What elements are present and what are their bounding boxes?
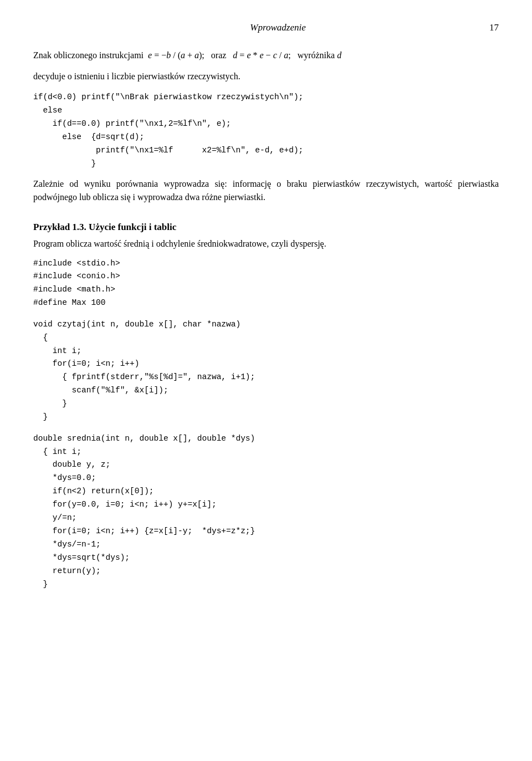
paragraph-after-code: Zależnie od wyniku porównania wyprowadza… xyxy=(33,177,499,204)
example-heading: Przykład 1.3. Użycie funkcji i tablic xyxy=(33,222,499,233)
math-expr-c: c xyxy=(273,50,277,60)
code2-line-12: } xyxy=(33,411,499,424)
example-subtext: Program oblicza wartość średnią i odchyl… xyxy=(33,237,499,251)
code2-line-8: for(i=0; i<n; i++) xyxy=(33,357,499,371)
intro-text-minus: − xyxy=(264,50,273,60)
code2-line-9: { fprintf(stderr,"%s[%d]=", nazwa, i+1); xyxy=(33,371,499,384)
code2-line-24: } xyxy=(33,578,499,591)
code2-line-22: *dys=sqrt(*dys); xyxy=(33,551,499,565)
code2-line-18: for(y=0.0, i=0; i<n; i++) y+=x[i]; xyxy=(33,498,499,512)
intro-text-eq2: = xyxy=(237,50,247,60)
code-line-1: if(d<0.0) printf("\nBrak pierwiastkow rz… xyxy=(33,91,499,104)
code2-line-7: int i; xyxy=(33,345,499,358)
code2-line-15: double y, z; xyxy=(33,458,499,472)
code2-line-10: scanf("%lf", &x[i]); xyxy=(33,384,499,397)
code-block-2: #include <stdio.h> #include <conio.h> #i… xyxy=(33,257,499,591)
intro-text-semi2: ; wyróżnika xyxy=(288,50,337,60)
code-line-6: } xyxy=(33,157,499,171)
blank-1 xyxy=(33,310,499,318)
math-expr-e3: e xyxy=(259,50,263,60)
page-header: Wprowadzenie 17 xyxy=(33,22,499,33)
math-expr-d2: d xyxy=(337,50,341,60)
math-expr-a2: a xyxy=(195,50,199,60)
code2-line-11: } xyxy=(33,397,499,411)
code2-line-2: #include <conio.h> xyxy=(33,270,499,283)
chapter-title: Wprowadzenie xyxy=(66,22,489,33)
code-line-3: if(d==0.0) printf("\nx1,2=%lf\n", e); xyxy=(33,118,499,131)
intro-text-1: Znak obliczonego instrukcjami xyxy=(33,50,148,60)
code2-line-13: double srednia(int n, double x[], double… xyxy=(33,432,499,446)
code2-line-21: *dys/=n-1; xyxy=(33,538,499,551)
code-line-4: else {d=sqrt(d); xyxy=(33,131,499,144)
intro-text-semi1: ); oraz xyxy=(199,50,233,60)
intro-text-equals: = − xyxy=(152,50,166,60)
code2-line-19: y/=n; xyxy=(33,512,499,525)
code2-line-6: { xyxy=(33,331,499,345)
page: Wprowadzenie 17 Znak obliczonego instruk… xyxy=(0,0,532,761)
intro-text-decyduje: decyduje o istnieniu i liczbie pierwiast… xyxy=(33,71,241,81)
para2-text: Zależnie od wyniku porównania wyprowadza… xyxy=(33,179,499,202)
code-line-2: else xyxy=(33,104,499,118)
intro-paragraph-2: decyduje o istnieniu i liczbie pierwiast… xyxy=(33,70,499,83)
code2-line-14: { int i; xyxy=(33,446,499,459)
code-block-1: if(d<0.0) printf("\nBrak pierwiastkow rz… xyxy=(33,91,499,171)
intro-text-diva: / xyxy=(277,50,284,60)
code2-line-4: #define Max 100 xyxy=(33,297,499,310)
blank-2 xyxy=(33,424,499,432)
intro-text-plus: + xyxy=(185,50,195,60)
code-line-5: printf("\nx1=%lf x2=%lf\n", e-d, e+d); xyxy=(33,144,499,157)
code2-line-1: #include <stdio.h> xyxy=(33,257,499,270)
math-expr-a1: a xyxy=(181,50,185,60)
code2-line-3: #include <math.h> xyxy=(33,283,499,297)
code2-line-17: if(n<2) return(x[0]); xyxy=(33,485,499,498)
code2-line-16: *dys=0.0; xyxy=(33,472,499,485)
intro-text-star: * xyxy=(250,50,259,60)
code2-line-20: for(i=0; i<n; i++) {z=x[i]-y; *dys+=z*z;… xyxy=(33,525,499,538)
intro-text-div: / ( xyxy=(171,50,181,60)
intro-paragraph: Znak obliczonego instrukcjami e = −b / (… xyxy=(33,49,499,62)
example-section: Przykład 1.3. Użycie funkcji i tablic Pr… xyxy=(33,222,499,251)
math-expr-a3: a xyxy=(284,50,288,60)
code2-line-23: return(y); xyxy=(33,565,499,578)
code2-line-5: void czytaj(int n, double x[], char *naz… xyxy=(33,318,499,331)
page-number: 17 xyxy=(489,22,499,33)
